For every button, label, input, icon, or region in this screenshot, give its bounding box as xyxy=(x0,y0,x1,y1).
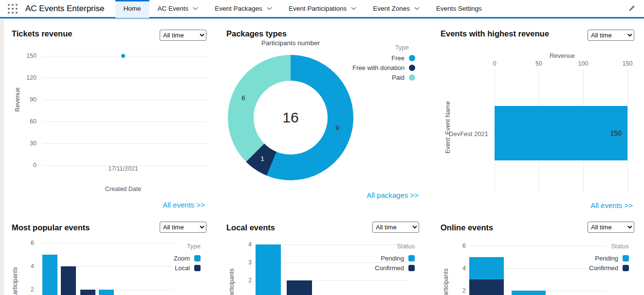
legend-label: Zoom xyxy=(174,255,190,262)
tab-label: Event Participations xyxy=(289,5,347,12)
y-tick: 2 xyxy=(230,277,252,284)
bar-pending-2[interactable] xyxy=(512,291,546,295)
time-filter: All time xyxy=(160,222,206,233)
gridline xyxy=(43,100,207,100)
legend-label: Confirmed xyxy=(589,264,618,272)
bar-zoom-2[interactable] xyxy=(99,290,114,295)
panel-title: Events with highest revenue xyxy=(441,29,549,38)
y-tick: 0 xyxy=(15,162,37,169)
legend-item-confirmed[interactable]: Confirmed xyxy=(375,263,415,273)
legend-chip-confirmed-icon xyxy=(408,265,415,271)
y-tick: 3 xyxy=(230,259,252,266)
bar-local-1[interactable] xyxy=(61,266,76,295)
panel-events-highest-revenue: Events with highest revenue All time Rev… xyxy=(436,23,644,214)
panel-title: Packages types xyxy=(226,29,287,38)
time-filter-select[interactable]: All time xyxy=(160,30,206,41)
legend-chip-pending-icon xyxy=(408,255,415,261)
tab-ac-events[interactable]: AC Events xyxy=(149,0,207,18)
gridline xyxy=(43,143,207,144)
legend-title: Status xyxy=(611,241,629,251)
donut-total: 16 xyxy=(282,109,298,126)
tab-label: Home xyxy=(124,5,141,12)
x-tick: 150 xyxy=(623,60,633,67)
bar-segment-confirmed-1[interactable] xyxy=(469,279,504,295)
time-filter-select[interactable]: All time xyxy=(588,30,634,41)
all-events-link[interactable]: All events >> xyxy=(163,201,205,209)
tab-label: Event Packages xyxy=(215,5,262,12)
gridline xyxy=(41,243,173,243)
bar-zoom-1[interactable] xyxy=(42,255,57,295)
x-axis-title: Created Date xyxy=(105,186,141,192)
time-filter: All time xyxy=(588,222,634,233)
tab-event-zones[interactable]: Event Zones xyxy=(365,0,428,18)
panel-title: Tickets revenue xyxy=(12,29,72,38)
legend-title: Type xyxy=(395,42,409,52)
legend-label: Paid xyxy=(392,74,405,81)
bar-segment-pending-1[interactable] xyxy=(469,257,504,279)
y-axis-title: Event: Event Name xyxy=(444,101,451,154)
bar-confirmed[interactable] xyxy=(287,280,312,295)
dashboard: Tickets revenue All time Revenue 150 120… xyxy=(4,20,644,295)
legend-chip-paid-icon xyxy=(409,74,415,81)
tab-event-packages[interactable]: Event Packages xyxy=(206,0,280,18)
chart-subtitle: Participants number xyxy=(261,39,320,47)
nav-tabs: Home AC Events Event Packages Event Part… xyxy=(115,0,490,18)
legend-item-pending[interactable]: Pending xyxy=(381,253,415,263)
chevron-down-icon xyxy=(351,7,356,10)
tab-event-participations[interactable]: Event Participations xyxy=(280,0,365,18)
chevron-down-icon xyxy=(267,7,272,10)
x-tick-label: 17/11/2021 xyxy=(108,165,138,172)
legend-item-confirmed[interactable]: Confirmed xyxy=(589,263,629,273)
y-tick: 4 xyxy=(444,265,466,272)
gridline xyxy=(470,246,606,246)
gridline xyxy=(43,78,207,78)
time-filter: All time xyxy=(588,30,634,41)
x-tick: 0 xyxy=(493,60,497,67)
legend-chip-free-icon xyxy=(409,55,415,61)
bar-local-2[interactable] xyxy=(80,290,95,295)
data-point[interactable] xyxy=(121,54,125,58)
all-events-link[interactable]: All events >> xyxy=(590,201,633,209)
tab-events-settings[interactable]: Events Settings xyxy=(428,0,490,18)
slice-value-free-with-donation: 1 xyxy=(260,155,264,162)
panel-online-events: Online events All time Participants 6 4 … xyxy=(436,217,644,295)
app-header: AC Events Enterprise Home AC Events Even… xyxy=(0,0,644,18)
bar-category-label: DevFest 2021 xyxy=(445,130,488,138)
edit-page-icon[interactable] xyxy=(628,5,635,12)
y-tick: 120 xyxy=(15,74,37,81)
legend-item-free-with-donation[interactable]: Free with donation xyxy=(352,63,415,72)
time-filter-select[interactable]: All time xyxy=(588,222,634,233)
x-axis-title: Revenue xyxy=(550,52,575,59)
app-launcher-icon[interactable] xyxy=(8,4,18,14)
gridline xyxy=(43,121,207,122)
legend-item-free[interactable]: Free xyxy=(391,53,415,63)
time-filter: All time xyxy=(372,222,419,233)
legend-chip-confirmed-icon xyxy=(623,265,629,271)
legend-chip-free-with-donation-icon xyxy=(409,65,415,71)
revenue-bar[interactable]: 150 xyxy=(495,106,627,160)
legend-item-zoom[interactable]: Zoom xyxy=(174,253,201,263)
y-tick: 2 xyxy=(444,287,466,294)
panel-title: Most popular events xyxy=(12,223,90,232)
bar-pending[interactable] xyxy=(256,244,281,295)
y-tick: 6 xyxy=(444,243,466,249)
legend-item-paid[interactable]: Paid xyxy=(392,72,415,82)
y-tick: 4 xyxy=(230,241,252,248)
panel-tickets-revenue: Tickets revenue All time Revenue 150 120… xyxy=(4,23,219,214)
y-tick: 60 xyxy=(15,118,37,125)
time-filter-select[interactable]: All time xyxy=(160,222,206,233)
chevron-down-icon xyxy=(193,7,198,10)
legend-chip-pending-icon xyxy=(623,255,629,261)
legend-item-pending[interactable]: Pending xyxy=(595,253,629,263)
legend-title: Status xyxy=(397,241,415,251)
tab-home[interactable]: Home xyxy=(115,0,149,18)
app-title: AC Events Enterprise xyxy=(25,4,105,14)
legend-label: Free with donation xyxy=(352,64,405,71)
y-tick: 4 xyxy=(12,263,34,270)
legend-chip-zoom-icon xyxy=(194,255,201,261)
time-filter-select[interactable]: All time xyxy=(372,222,419,233)
legend-item-local[interactable]: Local xyxy=(175,263,201,273)
panel-local-events: Local events All time Participants 4 3 2… xyxy=(221,217,431,295)
all-packages-link[interactable]: All packages >> xyxy=(367,191,419,199)
y-tick: 6 xyxy=(12,240,34,246)
